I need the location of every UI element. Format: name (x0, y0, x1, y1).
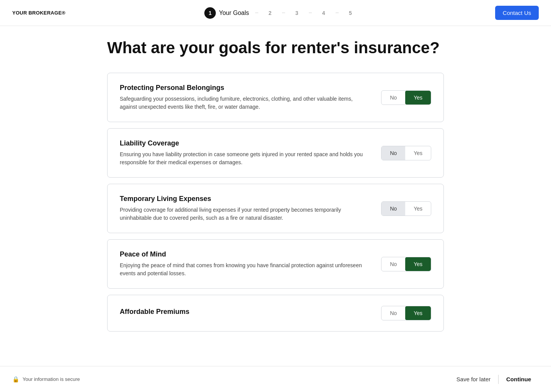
goal-title-peace-of-mind: Peace of Mind (120, 250, 372, 258)
goal-content-peace-of-mind: Peace of Mind Enjoying the peace of mind… (120, 250, 372, 278)
secure-info: 🔒 Your information is secure (12, 376, 80, 383)
goal-card-peace-of-mind: Peace of Mind Enjoying the peace of mind… (107, 239, 444, 289)
goal-title-temporary-living-expenses: Temporary Living Expenses (120, 195, 372, 203)
contact-us-button[interactable]: Contact Us (495, 6, 539, 20)
goal-title-liability-coverage: Liability Coverage (120, 139, 372, 147)
no-button-protecting-personal-belongings[interactable]: No (381, 91, 405, 105)
step-1-number: 1 (204, 7, 216, 19)
goal-description-protecting-personal-belongings: Safeguarding your possessions, including… (120, 95, 365, 111)
step-separator-1-2 (255, 13, 258, 13)
step-3-number: 3 (291, 7, 303, 19)
app-header: YOUR BROKERAGE® 1 Your Goals 2 3 4 5 Con… (0, 0, 551, 26)
footer-actions: Save for later Continue (449, 372, 539, 386)
toggle-group-peace-of-mind: No Yes (381, 257, 431, 271)
yes-button-liability-coverage[interactable]: Yes (405, 146, 431, 160)
toggle-group-liability-coverage: No Yes (381, 146, 431, 160)
goal-card-temporary-living-expenses: Temporary Living Expenses Providing cove… (107, 184, 444, 233)
toggle-group-temporary-living-expenses: No Yes (381, 201, 431, 216)
no-button-temporary-living-expenses[interactable]: No (381, 202, 405, 216)
goal-title-affordable-premiums: Affordable Premiums (120, 308, 372, 316)
no-button-peace-of-mind[interactable]: No (381, 257, 405, 271)
logo: YOUR BROKERAGE® (12, 10, 65, 16)
step-5[interactable]: 5 (345, 7, 356, 19)
goal-title-protecting-personal-belongings: Protecting Personal Belongings (120, 84, 372, 92)
save-for-later-button[interactable]: Save for later (449, 372, 498, 386)
yes-button-protecting-personal-belongings[interactable]: Yes (405, 91, 431, 105)
step-separator-3-4 (309, 13, 312, 13)
goal-description-peace-of-mind: Enjoying the peace of mind that comes fr… (120, 261, 365, 278)
goal-card-liability-coverage: Liability Coverage Ensuring you have lia… (107, 128, 444, 178)
step-1-label: Your Goals (219, 10, 249, 16)
yes-button-affordable-premiums[interactable]: Yes (405, 306, 431, 320)
step-separator-2-3 (282, 13, 285, 13)
step-2-number: 2 (264, 7, 276, 19)
page-title: What are your goals for renter's insuran… (107, 38, 444, 57)
goal-content-affordable-premiums: Affordable Premiums (120, 308, 372, 319)
stepper: 1 Your Goals 2 3 4 5 (204, 7, 356, 19)
main-content: What are your goals for renter's insuran… (92, 0, 459, 376)
goal-description-liability-coverage: Ensuring you have liability protection i… (120, 150, 365, 167)
lock-icon: 🔒 (12, 376, 20, 383)
step-1[interactable]: 1 Your Goals (204, 7, 249, 19)
yes-button-peace-of-mind[interactable]: Yes (405, 257, 431, 271)
step-separator-4-5 (336, 13, 339, 13)
step-3[interactable]: 3 (291, 7, 303, 19)
no-button-affordable-premiums[interactable]: No (381, 306, 405, 320)
goal-card-affordable-premiums: Affordable Premiums No Yes (107, 295, 444, 332)
toggle-group-protecting-personal-belongings: No Yes (381, 90, 431, 105)
goal-content-liability-coverage: Liability Coverage Ensuring you have lia… (120, 139, 372, 167)
step-2[interactable]: 2 (264, 7, 276, 19)
step-4[interactable]: 4 (318, 7, 329, 19)
step-4-number: 4 (318, 7, 329, 19)
goal-card-protecting-personal-belongings: Protecting Personal Belongings Safeguard… (107, 73, 444, 122)
goals-list: Protecting Personal Belongings Safeguard… (107, 73, 444, 332)
continue-button[interactable]: Continue (499, 372, 539, 386)
goal-description-temporary-living-expenses: Providing coverage for additional living… (120, 206, 365, 222)
yes-button-temporary-living-expenses[interactable]: Yes (405, 202, 431, 216)
secure-text: Your information is secure (23, 376, 80, 382)
toggle-group-affordable-premiums: No Yes (381, 306, 431, 320)
step-5-number: 5 (345, 7, 356, 19)
app-footer: 🔒 Your information is secure Save for la… (0, 366, 551, 392)
goal-content-protecting-personal-belongings: Protecting Personal Belongings Safeguard… (120, 84, 372, 111)
goal-content-temporary-living-expenses: Temporary Living Expenses Providing cove… (120, 195, 372, 222)
no-button-liability-coverage[interactable]: No (381, 146, 405, 160)
